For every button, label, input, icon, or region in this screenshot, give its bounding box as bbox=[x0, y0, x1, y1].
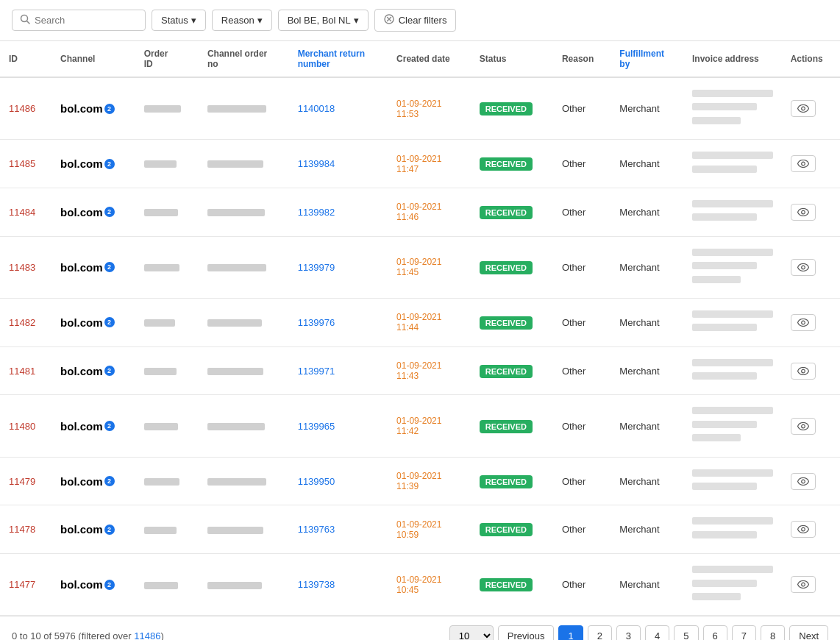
clear-icon bbox=[384, 14, 394, 26]
cell-id: 11484 bbox=[0, 188, 51, 236]
cell-invoice bbox=[683, 140, 782, 188]
view-button[interactable] bbox=[791, 259, 816, 276]
cell-return-number[interactable]: 1139950 bbox=[289, 457, 388, 505]
page-button-1[interactable]: 1 bbox=[558, 625, 583, 640]
cell-order-id bbox=[135, 554, 199, 616]
table-row: 11477 bol.com2 1139738 01-09-202110:45 R… bbox=[0, 554, 840, 616]
cell-return-number[interactable]: 1139982 bbox=[289, 188, 388, 236]
cell-status: RECEIVED bbox=[471, 395, 553, 457]
view-button[interactable] bbox=[791, 363, 816, 380]
view-button[interactable] bbox=[791, 155, 816, 172]
cell-created-date: 01-09-202111:53 bbox=[388, 77, 471, 140]
cell-invoice bbox=[683, 298, 782, 346]
cell-channel: bol.com2 bbox=[51, 554, 135, 616]
view-button[interactable] bbox=[791, 314, 816, 331]
cell-status: RECEIVED bbox=[471, 236, 553, 298]
channel-badge: bol.com2 bbox=[60, 102, 115, 115]
cell-channel-order bbox=[199, 188, 289, 236]
cell-created-date: 01-09-202111:47 bbox=[388, 140, 471, 188]
status-filter-label: Status bbox=[161, 15, 188, 26]
page-button-3[interactable]: 3 bbox=[616, 625, 641, 640]
channel-badge: bol.com2 bbox=[60, 475, 115, 488]
cell-fulfillment: Merchant bbox=[611, 188, 683, 236]
status-filter-button[interactable]: Status ▾ bbox=[152, 10, 206, 31]
view-button[interactable] bbox=[791, 473, 816, 490]
cell-return-number[interactable]: 1139979 bbox=[289, 236, 388, 298]
cell-order-id bbox=[135, 236, 199, 298]
cell-id: 11477 bbox=[0, 554, 51, 616]
page-button-6[interactable]: 6 bbox=[703, 625, 727, 640]
bol-filter-button[interactable]: Bol BE, Bol NL ▾ bbox=[278, 10, 369, 31]
channel-badge: bol.com2 bbox=[60, 206, 115, 218]
cell-id: 11486 bbox=[0, 77, 51, 140]
cell-created-date: 01-09-202111:42 bbox=[388, 395, 471, 457]
cell-fulfillment: Merchant bbox=[611, 236, 683, 298]
cell-reason: Other bbox=[553, 140, 611, 188]
reason-filter-button[interactable]: Reason ▾ bbox=[212, 10, 272, 31]
cell-return-number[interactable]: 1139984 bbox=[289, 140, 388, 188]
next-button[interactable]: Next bbox=[789, 625, 828, 640]
cell-actions bbox=[782, 505, 840, 554]
cell-return-number[interactable]: 1139965 bbox=[289, 395, 388, 457]
svg-point-9 bbox=[801, 321, 805, 324]
view-button[interactable] bbox=[791, 204, 816, 221]
cell-created-date: 01-09-202111:39 bbox=[388, 457, 471, 505]
cell-return-number[interactable]: 1140018 bbox=[289, 77, 388, 140]
search-input[interactable] bbox=[35, 15, 138, 26]
eye-icon bbox=[797, 422, 809, 430]
cell-actions bbox=[782, 298, 840, 346]
table-row: 11479 bol.com2 1139950 01-09-202111:39 R… bbox=[0, 457, 840, 505]
eye-icon bbox=[797, 477, 809, 486]
cell-actions bbox=[782, 140, 840, 188]
cell-actions bbox=[782, 554, 840, 616]
cell-id: 11482 bbox=[0, 298, 51, 346]
cell-order-id bbox=[135, 457, 199, 505]
cell-fulfillment: Merchant bbox=[611, 554, 683, 616]
col-channel-order: Channel orderno bbox=[199, 41, 289, 77]
cell-status: RECEIVED bbox=[471, 188, 553, 236]
per-page-select[interactable]: 10 25 50 100 bbox=[449, 625, 494, 640]
cell-order-id bbox=[135, 298, 199, 346]
cell-status: RECEIVED bbox=[471, 298, 553, 346]
channel-badge: bol.com2 bbox=[60, 420, 115, 433]
cell-reason: Other bbox=[553, 554, 611, 616]
cell-fulfillment: Merchant bbox=[611, 505, 683, 554]
eye-icon bbox=[797, 208, 809, 216]
page-button-8[interactable]: 8 bbox=[761, 625, 785, 640]
cell-return-number[interactable]: 1139976 bbox=[289, 298, 388, 346]
svg-point-12 bbox=[801, 480, 805, 483]
cell-channel-order bbox=[199, 457, 289, 505]
cell-channel: bol.com2 bbox=[51, 298, 135, 346]
cell-status: RECEIVED bbox=[471, 77, 553, 140]
returns-table: ID Channel OrderID Channel orderno Merch… bbox=[0, 41, 840, 616]
search-wrapper bbox=[12, 10, 146, 31]
cell-id: 11480 bbox=[0, 395, 51, 457]
view-button[interactable] bbox=[791, 100, 816, 117]
page-button-2[interactable]: 2 bbox=[588, 625, 612, 640]
page-button-7[interactable]: 7 bbox=[732, 625, 756, 640]
cell-return-number[interactable]: 1139971 bbox=[289, 346, 388, 395]
cell-reason: Other bbox=[553, 505, 611, 554]
cell-return-number[interactable]: 1139738 bbox=[289, 554, 388, 616]
table-row: 11485 bol.com2 1139984 01-09-202111:47 R… bbox=[0, 140, 840, 188]
cell-channel: bol.com2 bbox=[51, 77, 135, 140]
clear-filters-button[interactable]: Clear filters bbox=[374, 9, 457, 32]
page-button-4[interactable]: 4 bbox=[645, 625, 669, 640]
view-button[interactable] bbox=[791, 521, 816, 538]
cell-channel: bol.com2 bbox=[51, 346, 135, 395]
view-button[interactable] bbox=[791, 418, 816, 435]
cell-return-number[interactable]: 1139763 bbox=[289, 505, 388, 554]
eye-icon bbox=[797, 263, 809, 271]
page-button-5[interactable]: 5 bbox=[674, 625, 698, 640]
chevron-down-icon: ▾ bbox=[354, 15, 359, 26]
previous-button[interactable]: Previous bbox=[498, 625, 555, 640]
view-button[interactable] bbox=[791, 576, 816, 593]
cell-id: 11478 bbox=[0, 505, 51, 554]
cell-channel: bol.com2 bbox=[51, 236, 135, 298]
col-channel: Channel bbox=[51, 41, 135, 77]
cell-order-id bbox=[135, 346, 199, 395]
filtered-count-link[interactable]: 11486 bbox=[134, 630, 160, 640]
svg-point-5 bbox=[801, 107, 805, 110]
reason-filter-label: Reason bbox=[221, 15, 255, 26]
cell-created-date: 01-09-202110:59 bbox=[388, 505, 471, 554]
